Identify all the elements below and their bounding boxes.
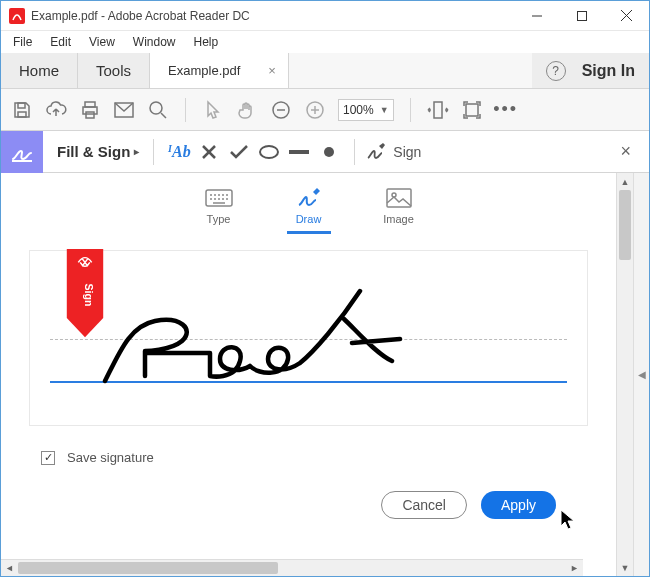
chevron-down-icon: ▼ [380, 105, 389, 115]
signature-mode-selector: Type Draw Image [1, 181, 616, 244]
scroll-h-thumb[interactable] [18, 562, 278, 574]
zoom-value: 100% [343, 103, 374, 117]
svg-point-23 [260, 146, 278, 158]
search-icon[interactable] [147, 99, 169, 121]
sign-in-button[interactable]: Sign In [582, 62, 635, 80]
svg-rect-5 [18, 103, 25, 108]
menu-window[interactable]: Window [125, 33, 184, 51]
svg-rect-0 [9, 8, 25, 24]
mode-draw-label: Draw [296, 213, 322, 225]
vertical-scrollbar[interactable]: ▲ ▼ [616, 173, 633, 576]
svg-rect-18 [434, 102, 442, 118]
menu-help[interactable]: Help [186, 33, 227, 51]
horizontal-scrollbar[interactable]: ◄ ► [1, 559, 583, 576]
tab-close-icon[interactable]: × [268, 63, 276, 78]
svg-point-25 [324, 147, 334, 157]
add-text-tool[interactable]: IAb [164, 143, 194, 161]
chevron-left-icon: ◀ [638, 369, 646, 380]
close-window-button[interactable] [604, 1, 649, 31]
more-tools-icon[interactable]: ••• [495, 99, 517, 121]
tab-document-label: Example.pdf [168, 63, 240, 78]
checkmark-tool[interactable] [224, 144, 254, 160]
menu-file[interactable]: File [5, 33, 40, 51]
svg-rect-19 [466, 104, 478, 116]
main-toolbar: 100% ▼ ••• [1, 89, 649, 131]
save-signature-checkbox[interactable] [41, 451, 55, 465]
tab-tools[interactable]: Tools [78, 53, 150, 88]
acrobat-app-icon [9, 8, 25, 24]
svg-rect-2 [577, 11, 586, 20]
print-icon[interactable] [79, 99, 101, 121]
apply-button[interactable]: Apply [481, 491, 556, 519]
sign-tool[interactable]: Sign [365, 142, 421, 162]
email-icon[interactable] [113, 99, 135, 121]
fill-sign-label: Fill & Sign [57, 143, 130, 160]
mode-draw[interactable]: Draw [284, 187, 334, 234]
signature-canvas[interactable]: Sign [29, 250, 588, 426]
fit-width-icon[interactable] [427, 99, 449, 121]
tab-home[interactable]: Home [1, 53, 78, 88]
mode-image-label: Image [383, 213, 414, 225]
circle-tool[interactable] [254, 144, 284, 160]
fill-sign-app-icon[interactable] [1, 131, 43, 173]
svg-point-11 [150, 102, 162, 114]
image-icon [385, 187, 413, 209]
tab-row: Home Tools Example.pdf × ? Sign In [1, 53, 649, 89]
window-title: Example.pdf - Adobe Acrobat Reader DC [31, 9, 250, 23]
dialog-button-row: Cancel Apply [1, 491, 556, 519]
menubar: File Edit View Window Help [1, 31, 649, 53]
pointer-icon[interactable] [202, 99, 224, 121]
svg-rect-38 [387, 189, 411, 207]
cancel-button[interactable]: Cancel [381, 491, 467, 519]
tab-document[interactable]: Example.pdf × [150, 53, 289, 88]
mouse-cursor-icon [560, 509, 578, 531]
minimize-button[interactable] [514, 1, 559, 31]
scroll-right-arrow[interactable]: ► [566, 560, 583, 576]
cloud-upload-icon[interactable] [45, 99, 67, 121]
save-signature-label: Save signature [67, 450, 154, 465]
scroll-down-arrow[interactable]: ▼ [617, 559, 633, 576]
draw-icon [295, 187, 323, 209]
menu-edit[interactable]: Edit [42, 33, 79, 51]
mode-type-label: Type [207, 213, 231, 225]
maximize-button[interactable] [559, 1, 604, 31]
save-signature-row: Save signature [41, 450, 616, 465]
titlebar: Example.pdf - Adobe Acrobat Reader DC [1, 1, 649, 31]
zoom-out-icon[interactable] [270, 99, 292, 121]
svg-rect-8 [83, 107, 97, 114]
svg-text:Sign: Sign [83, 284, 95, 307]
svg-rect-9 [86, 112, 94, 118]
zoom-select[interactable]: 100% ▼ [338, 99, 394, 121]
keyboard-icon [205, 187, 233, 209]
fill-sign-toolbar: Fill & Sign ▸ IAb Sign × [1, 131, 649, 173]
fill-sign-dropdown[interactable]: Fill & Sign ▸ [43, 143, 143, 160]
fit-page-icon[interactable] [461, 99, 483, 121]
svg-rect-24 [289, 150, 309, 154]
save-icon[interactable] [11, 99, 33, 121]
scroll-v-thumb[interactable] [619, 190, 631, 260]
signature-drawing [100, 281, 480, 391]
sign-ribbon: Sign [66, 249, 104, 341]
hand-icon[interactable] [236, 99, 258, 121]
scroll-up-arrow[interactable]: ▲ [617, 173, 633, 190]
svg-rect-6 [18, 112, 26, 117]
sign-tool-label: Sign [393, 144, 421, 160]
chevron-down-icon: ▸ [134, 146, 139, 157]
line-tool[interactable] [284, 149, 314, 155]
help-icon[interactable]: ? [546, 61, 566, 81]
content-area: Type Draw Image [1, 173, 649, 576]
scroll-left-arrow[interactable]: ◄ [1, 560, 18, 576]
menu-view[interactable]: View [81, 33, 123, 51]
mode-type[interactable]: Type [194, 187, 244, 234]
close-toolbar-icon[interactable]: × [614, 141, 637, 162]
svg-line-12 [161, 113, 166, 118]
side-panel-toggle[interactable]: ◀ [633, 173, 649, 576]
x-mark-tool[interactable] [194, 143, 224, 161]
dot-tool[interactable] [314, 146, 344, 158]
mode-image[interactable]: Image [374, 187, 424, 234]
zoom-in-icon[interactable] [304, 99, 326, 121]
